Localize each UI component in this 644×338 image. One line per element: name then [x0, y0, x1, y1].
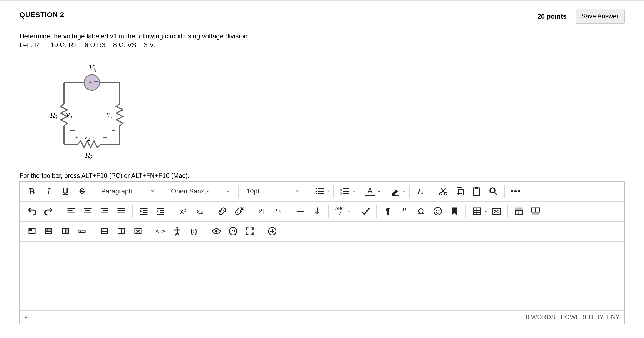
accessibility-button[interactable] — [169, 223, 185, 240]
subscript-button[interactable]: x₂ — [191, 203, 208, 220]
table-button[interactable] — [469, 203, 485, 220]
block-format-dropdown[interactable]: Paragraph — [96, 185, 160, 197]
align-right-button[interactable] — [96, 203, 113, 220]
bullet-list-button[interactable] — [311, 183, 328, 200]
svg-rect-68 — [157, 214, 164, 215]
paste-button[interactable] — [468, 183, 485, 200]
fullscreen-button[interactable] — [241, 223, 258, 240]
table-row-button[interactable]: + — [40, 223, 57, 240]
save-answer-button[interactable]: Save Answer — [576, 9, 625, 24]
split-cells-button[interactable]: + — [113, 223, 130, 240]
merge-cells-button[interactable]: + — [96, 223, 113, 240]
prompt-line-2: Let . R1 = 10 Ω, R2 = 6 Ω R3 = 8 Ω; VS =… — [19, 41, 625, 49]
svg-rect-27 — [318, 191, 324, 192]
insert-link-button[interactable] — [214, 203, 231, 220]
add-content-button[interactable] — [264, 223, 281, 240]
preview-button[interactable] — [208, 223, 225, 240]
svg-line-44 — [495, 193, 497, 195]
redo-button[interactable] — [40, 203, 57, 220]
svg-rect-54 — [103, 210, 108, 211]
svg-point-75 — [439, 210, 440, 211]
svg-rect-52 — [85, 215, 90, 215]
show-paragraph-button[interactable]: ¶ — [379, 203, 396, 220]
align-center-button[interactable] — [80, 203, 96, 220]
special-character-button[interactable]: Ω — [413, 203, 429, 220]
svg-rect-35 — [343, 193, 349, 194]
italic-button[interactable]: I — [40, 183, 57, 200]
svg-text:R3: R3 — [50, 111, 58, 120]
svg-rect-65 — [157, 208, 164, 209]
insert-line-button[interactable] — [309, 203, 326, 220]
table-cell-button[interactable] — [24, 223, 40, 240]
spellcheck-button[interactable]: ABC✓ — [331, 203, 348, 220]
svg-rect-64 — [140, 214, 148, 215]
font-family-label: Open Sans,s... — [171, 187, 215, 195]
chevron-down-icon[interactable] — [377, 187, 381, 195]
svg-text:+: + — [47, 228, 48, 232]
insert-row-below-button[interactable] — [527, 203, 544, 220]
clear-formatting-button[interactable]: Iₓ — [412, 183, 429, 200]
rtl-button[interactable]: ¶‹ — [270, 203, 286, 220]
outdent-button[interactable] — [152, 203, 169, 220]
numbered-list-button[interactable]: 123 — [336, 183, 353, 200]
svg-rect-51 — [84, 213, 92, 213]
svg-text:–: – — [70, 125, 75, 134]
svg-rect-45 — [68, 208, 75, 209]
cut-button[interactable] — [435, 183, 452, 200]
blockquote-button[interactable]: ” — [396, 203, 413, 220]
checkmark-button[interactable] — [357, 203, 373, 220]
chevron-down-icon[interactable] — [402, 187, 407, 195]
svg-text:v3: v3 — [66, 110, 72, 120]
svg-rect-71 — [297, 211, 304, 212]
text-color-button[interactable]: A — [362, 183, 378, 200]
align-left-button[interactable] — [63, 203, 80, 220]
insert-row-above-button[interactable] — [511, 203, 527, 220]
superscript-button[interactable]: x² — [175, 203, 191, 220]
svg-point-28 — [316, 193, 317, 195]
svg-point-24 — [316, 188, 317, 190]
emoji-button[interactable] — [429, 203, 446, 220]
source-code-button[interactable]: < > — [152, 223, 169, 240]
editor-canvas[interactable] — [20, 242, 624, 310]
table-delete-row-button[interactable] — [74, 223, 90, 240]
chevron-down-icon[interactable] — [326, 187, 331, 195]
chevron-down-icon[interactable] — [351, 187, 356, 195]
bold-button[interactable]: B — [24, 183, 40, 200]
font-family-dropdown[interactable]: Open Sans,s... — [166, 185, 236, 197]
font-size-dropdown[interactable]: 10pt — [241, 185, 305, 197]
svg-text:v1: v1 — [107, 110, 113, 120]
copy-button[interactable] — [452, 183, 468, 200]
svg-rect-31 — [343, 188, 349, 189]
highlight-color-button[interactable] — [387, 183, 404, 200]
remove-link-button[interactable] — [231, 203, 247, 220]
svg-rect-58 — [118, 210, 125, 211]
element-path[interactable]: P — [24, 313, 29, 321]
delete-table-button[interactable] — [488, 203, 505, 220]
ltr-button[interactable]: ›¶ — [253, 203, 270, 220]
svg-text:+: + — [122, 229, 124, 233]
horizontal-rule-button[interactable] — [292, 203, 309, 220]
help-button[interactable]: ? — [225, 223, 241, 240]
svg-rect-36 — [392, 195, 399, 196]
svg-rect-33 — [343, 191, 349, 192]
svg-rect-72 — [313, 215, 321, 215]
undo-button[interactable] — [24, 203, 40, 220]
svg-rect-40 — [459, 189, 464, 195]
chevron-down-icon[interactable] — [484, 207, 488, 215]
strikethrough-button[interactable]: S — [74, 183, 90, 200]
chevron-down-icon[interactable] — [346, 207, 351, 215]
indent-button[interactable] — [135, 203, 152, 220]
anchor-bookmark-button[interactable] — [446, 203, 463, 220]
svg-text:–: – — [111, 92, 116, 101]
underline-button[interactable]: U — [57, 183, 74, 200]
delete-cells-button[interactable] — [130, 223, 146, 240]
chevron-down-icon — [295, 187, 300, 195]
code-sample-button[interactable]: {;} — [185, 223, 202, 240]
align-justify-button[interactable] — [113, 203, 130, 220]
svg-text:+: + — [70, 93, 74, 101]
svg-rect-66 — [160, 210, 164, 211]
svg-rect-90 — [29, 229, 32, 232]
find-button[interactable] — [485, 183, 502, 200]
more-button[interactable]: ••• — [507, 183, 524, 200]
table-col-button[interactable]: + — [57, 223, 74, 240]
